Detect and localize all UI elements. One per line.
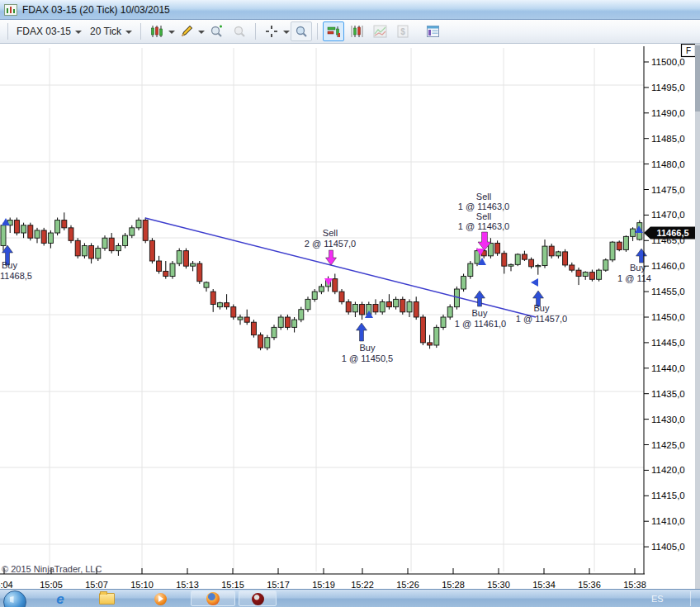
- buy-arrow-icon: [636, 249, 647, 263]
- order-label: 1 @ 11463,0: [458, 202, 509, 211]
- candle-body: [522, 254, 527, 259]
- order-entry-button[interactable]: [346, 21, 367, 41]
- chart-window-icon: [4, 4, 17, 16]
- candle-body: [14, 221, 19, 233]
- candle-body: [305, 299, 310, 309]
- time-tick-label: 15:15: [221, 580, 244, 589]
- candle-body: [352, 305, 357, 312]
- price-tick-label: 11490,0: [651, 108, 685, 118]
- candle-body: [55, 221, 60, 233]
- window-title: FDAX 03-15 (20 Tick) 10/03/2015: [22, 4, 170, 16]
- vertical-scrollbar[interactable]: [695, 44, 700, 589]
- account-data-button[interactable]: $: [392, 21, 414, 41]
- candle-body: [82, 245, 87, 255]
- chevron-down-icon[interactable]: [198, 31, 205, 34]
- data-panel-button[interactable]: [422, 21, 443, 41]
- trendline[interactable]: [145, 218, 536, 317]
- candle-body: [407, 301, 412, 311]
- candle-body: [251, 322, 256, 334]
- time-tick-label: 15:34: [532, 580, 556, 589]
- candle-body: [136, 221, 141, 228]
- candle-body: [170, 263, 175, 276]
- candle-body: [231, 307, 236, 317]
- candle-body: [502, 254, 507, 266]
- scrollbar-thumb[interactable]: [695, 45, 700, 111]
- instrument-selector[interactable]: FDAX 03-15: [12, 23, 86, 40]
- chevron-down-icon: [125, 31, 132, 34]
- candle-body: [75, 240, 80, 256]
- chart-trader-button[interactable]: [323, 21, 344, 41]
- chart-style-button[interactable]: [146, 21, 168, 41]
- current-price-box: 11466,5: [644, 227, 696, 239]
- candle-body: [177, 251, 182, 263]
- order-buy-1-11450.5: Buy1 @ 11450,5: [342, 311, 393, 363]
- zoom-in-button[interactable]: [206, 21, 227, 41]
- candle-body: [1, 225, 6, 246]
- candle-body: [549, 246, 554, 256]
- order-label: 1 @ 11463,0: [458, 221, 509, 231]
- window-titlebar[interactable]: FDAX 03-15 (20 Tick) 10/03/2015: [0, 0, 700, 20]
- candle-body: [623, 236, 628, 249]
- candle-body: [244, 317, 249, 322]
- taskbar-item-internet-explorer[interactable]: e: [51, 590, 69, 607]
- time-tick-label: 15:30: [487, 580, 510, 589]
- time-tick-label: 15:36: [578, 580, 601, 589]
- candle-body: [312, 292, 317, 299]
- chevron-down-icon[interactable]: [168, 31, 175, 34]
- order-label: Buy: [360, 343, 376, 353]
- time-tick-label: 15:07: [85, 580, 108, 589]
- start-button[interactable]: [3, 590, 26, 607]
- candle-body: [563, 252, 568, 265]
- crosshair-icon: [265, 25, 278, 38]
- candle-body: [123, 235, 128, 245]
- price-tick-label: 11500,0: [651, 57, 685, 67]
- candle-body: [603, 260, 608, 270]
- time-tick-label: 15:13: [176, 580, 199, 589]
- candle-body: [542, 246, 547, 265]
- candle-body: [597, 270, 602, 279]
- candle-body: [414, 301, 419, 317]
- price-chart[interactable]: Buy11468,5Sell2 @ 11457,0Buy1 @ 11450,5S…: [0, 44, 700, 589]
- zoom-window-button[interactable]: [291, 21, 312, 41]
- taskbar-item-ninjatrader[interactable]: [248, 590, 267, 607]
- price-tick-label: 11480,0: [651, 159, 685, 169]
- tray-label: ES: [651, 594, 664, 604]
- toolbar-separator: [317, 23, 318, 40]
- candlesticks: [1, 212, 642, 350]
- taskbar-item-firefox[interactable]: [204, 590, 222, 607]
- ninjatrader-icon: [252, 593, 264, 605]
- magnifier-icon: [295, 25, 308, 38]
- firefox-icon: [206, 592, 220, 605]
- candle-body: [130, 228, 135, 235]
- candle-body: [589, 273, 594, 280]
- chart-trader-icon: [327, 25, 341, 38]
- time-tick-label: 15:10: [130, 580, 154, 589]
- price-axis[interactable]: 11500,011495,011490,011485,011480,011475…: [644, 46, 685, 574]
- candle-body: [204, 282, 209, 287]
- candle-body: [515, 254, 520, 264]
- candle-body: [346, 301, 351, 311]
- taskbar-item-media-player[interactable]: [151, 590, 169, 607]
- order-label: Buy: [2, 260, 17, 270]
- candle-body: [292, 320, 297, 327]
- chevron-down-icon: [75, 31, 82, 34]
- zoom-out-button[interactable]: [229, 21, 250, 41]
- candle-body: [386, 301, 391, 306]
- candle-body: [197, 263, 202, 282]
- chevron-down-icon[interactable]: [283, 31, 290, 34]
- candle-body: [461, 277, 466, 289]
- candle-body: [394, 299, 399, 306]
- indicators-button[interactable]: [369, 21, 390, 41]
- bars-type-icon: [350, 25, 364, 38]
- buy-arrow-icon: [357, 323, 367, 341]
- zoom-out-icon: [233, 25, 246, 38]
- interval-selector[interactable]: 20 Tick: [86, 23, 136, 40]
- drawing-tools-button[interactable]: [176, 21, 197, 41]
- cursor-mode-button[interactable]: [261, 21, 282, 41]
- chart-canvas[interactable]: Buy11468,5Sell2 @ 11457,0Buy1 @ 11450,5S…: [0, 44, 700, 589]
- price-tick-label: 11430,0: [651, 415, 685, 424]
- candle-body: [116, 245, 121, 250]
- instrument-label: FDAX 03-15: [17, 26, 71, 37]
- candle-body: [583, 273, 588, 277]
- taskbar-item-explorer[interactable]: [97, 590, 116, 607]
